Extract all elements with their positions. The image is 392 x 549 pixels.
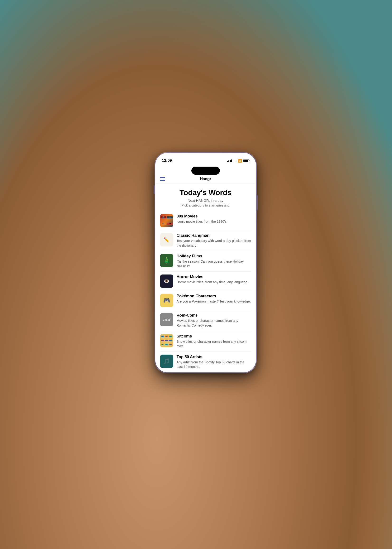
battery-icon [243, 159, 249, 162]
category-thumb-top-50-artists: 🎵 [160, 354, 173, 368]
category-desc-top-50-artists: Any artist from the Spotify Top 50 chart… [177, 360, 251, 369]
phone-screen: 12:09 ⋅⋅⋅ 📶 [155, 153, 256, 372]
wifi-symbol: 📶 [238, 159, 242, 163]
nav-bar: Hangr [155, 175, 256, 183]
category-desc-holiday-films: 'Tis the season! Can you guess these Hol… [177, 259, 251, 268]
category-text-horror-movies: Horror Movies Horror movie titles, from … [177, 274, 251, 285]
category-text-classic-hangman: Classic Hangman Test your vocabulary wit… [177, 233, 251, 248]
category-name-sitcoms: Sitcoms [177, 334, 251, 339]
category-name-80s-movies: 80s Movies [177, 214, 251, 219]
pick-category-text: Pick a category to start guessing [160, 203, 251, 207]
category-name-classic-hangman: Classic Hangman [177, 233, 251, 238]
category-name-horror-movies: Horror Movies [177, 274, 251, 279]
phone-device: 12:09 ⋅⋅⋅ 📶 [154, 152, 257, 373]
category-text-pokemon-characters: Pokémon Characters Are you a Pokémon mas… [177, 294, 251, 304]
battery-fill [244, 160, 248, 162]
category-name-holiday-films: Holiday Films [177, 254, 251, 259]
category-thumb-sitcoms: 📺 📺 📺 📺 📺 📺 📺 📺 📺 [160, 334, 173, 347]
category-desc-classic-hangman: Test your vocabulary with word a day plu… [177, 238, 251, 248]
category-thumb-classic-hangman: ✏️ [160, 233, 173, 246]
category-name-top-50-artists: Top 50 Artists [177, 354, 251, 359]
category-thumb-80s-movies: 🎬 🎥 📽 🎞 [160, 214, 173, 227]
category-name-rom-coms: Rom-Coms [177, 313, 251, 318]
main-content: Today's Words Next HANGR: in a day Pick … [155, 183, 256, 369]
nav-title: Hangr [200, 177, 211, 181]
next-hangr-text: Next HANGR: in a day [160, 198, 251, 202]
category-item-rom-coms[interactable]: JoSef Rom-Coms Movies titles or characte… [160, 310, 251, 331]
category-thumb-horror-movies: 👁️ [160, 274, 173, 288]
category-text-sitcoms: Sitcoms Show titles or character names f… [177, 334, 251, 349]
hamburger-menu-button[interactable] [160, 177, 165, 181]
wifi-icon: ⋅⋅⋅ [234, 159, 237, 163]
status-icons: ⋅⋅⋅ 📶 [227, 159, 249, 163]
page-title: Today's Words [160, 188, 251, 197]
category-item-classic-hangman[interactable]: ✏️ Classic Hangman Test your vocabulary … [160, 230, 251, 251]
category-thumb-rom-coms: JoSef [160, 313, 173, 326]
category-name-pokemon-characters: Pokémon Characters [177, 294, 251, 298]
category-desc-rom-coms: Movies titles or character names from an… [177, 318, 251, 328]
dynamic-island [191, 166, 220, 175]
category-item-horror-movies[interactable]: 👁️ Horror Movies Horror movie titles, fr… [160, 272, 251, 291]
category-item-top-50-artists[interactable]: 🎵 Top 50 Artists Any artist from the Spo… [160, 352, 251, 369]
status-time: 12:09 [162, 158, 172, 163]
category-item-sitcoms[interactable]: 📺 📺 📺 📺 📺 📺 📺 📺 📺 Sitcoms Show titles or… [160, 331, 251, 352]
category-desc-pokemon-characters: Are you a Pokémon master? Test your know… [177, 299, 251, 304]
category-item-80s-movies[interactable]: 🎬 🎥 📽 🎞 80s Movies Iconic movie titles f… [160, 211, 251, 230]
category-text-80s-movies: 80s Movies Iconic movie titles from the … [177, 214, 251, 224]
category-item-holiday-films[interactable]: 🎄 Holiday Films 'Tis the season! Can you… [160, 251, 251, 272]
category-item-pokemon-characters[interactable]: 🎮 Pokémon Characters Are you a Pokémon m… [160, 291, 251, 310]
signal-icon [227, 159, 232, 162]
category-thumb-pokemon-characters: 🎮 [160, 294, 173, 307]
category-desc-80s-movies: Iconic movie titles from the 1980's [177, 219, 251, 224]
category-text-rom-coms: Rom-Coms Movies titles or character name… [177, 313, 251, 328]
category-desc-sitcoms: Show titles or character names from any … [177, 340, 251, 349]
category-thumb-holiday-films: 🎄 [160, 254, 173, 267]
status-bar: 12:09 ⋅⋅⋅ 📶 [155, 153, 256, 165]
category-desc-horror-movies: Horror movie titles, from any time, any … [177, 280, 251, 285]
phone-outer-shell: 12:09 ⋅⋅⋅ 📶 [154, 152, 257, 373]
category-text-top-50-artists: Top 50 Artists Any artist from the Spoti… [177, 354, 251, 369]
category-text-holiday-films: Holiday Films 'Tis the season! Can you g… [177, 254, 251, 268]
